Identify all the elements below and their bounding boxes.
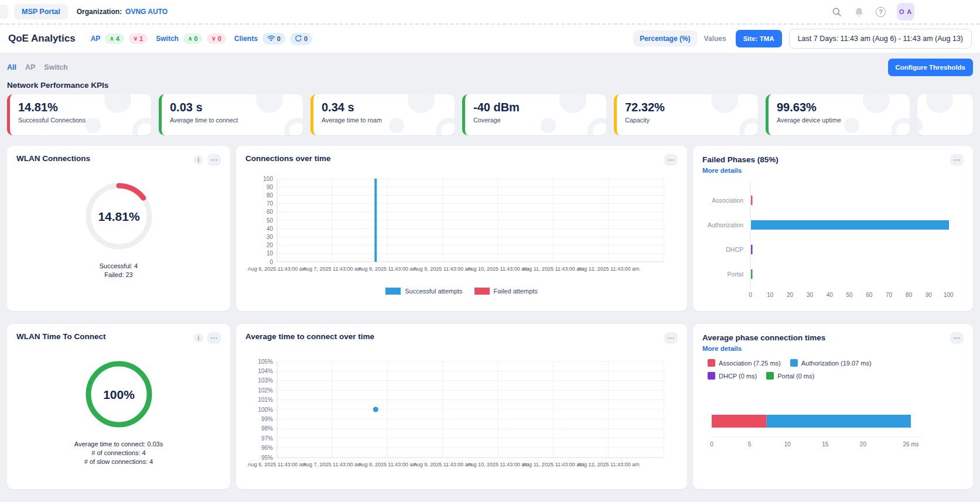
wlan-connections-donut: 14.81% bbox=[16, 175, 221, 257]
ellipsis-icon[interactable]: ⋯ bbox=[207, 154, 221, 166]
toggle-values[interactable]: Values bbox=[704, 35, 726, 43]
svg-text:Aug 12, 2025 11:43:00 am: Aug 12, 2025 11:43:00 am bbox=[578, 266, 639, 272]
filter-toolbar: All AP Switch Configure Thresholds bbox=[7, 59, 973, 76]
ellipsis-icon[interactable]: ⋯ bbox=[950, 154, 964, 166]
kpi-label: Average device uptime bbox=[777, 117, 902, 124]
svg-text:40: 40 bbox=[827, 292, 834, 298]
tab-ap[interactable]: AP bbox=[25, 63, 35, 71]
svg-text:70: 70 bbox=[886, 292, 893, 298]
scope-tabs: All AP Switch bbox=[7, 63, 68, 71]
time-to-connect-donut: 100% bbox=[16, 353, 221, 435]
search-icon[interactable] bbox=[831, 6, 842, 18]
ellipsis-icon[interactable]: ⋯ bbox=[950, 332, 964, 344]
date-range-picker[interactable]: Last 7 Days: 11:43 am (Aug 6) - 11:43 am… bbox=[789, 29, 972, 49]
caret-up-icon: ∧ bbox=[188, 36, 192, 42]
donut-summary: Successful: 4 Failed: 23 bbox=[16, 262, 221, 279]
svg-text:Aug 10, 2025 11:43:00 am: Aug 10, 2025 11:43:00 am bbox=[467, 266, 528, 272]
svg-text:98%: 98% bbox=[261, 425, 273, 432]
clients-label: Clients bbox=[234, 35, 258, 43]
kpi-capacity: 72.32% Capacity bbox=[614, 94, 758, 135]
svg-text:0: 0 bbox=[269, 259, 273, 265]
wlan-time-to-connect-card: WLAN Time To Connect i ⋯ 100% Average ti… bbox=[7, 324, 230, 489]
topbar: MSP Portal Organization: OVNG AUTO ? O A bbox=[0, 0, 980, 23]
svg-text:Aug 9, 2025 11:43:00 am: Aug 9, 2025 11:43:00 am bbox=[414, 462, 472, 467]
ellipsis-icon[interactable]: ⋯ bbox=[664, 154, 678, 166]
page-title: QoE Analytics bbox=[8, 33, 76, 45]
kpi-value: 99.63% bbox=[777, 101, 902, 114]
svg-text:60: 60 bbox=[267, 209, 274, 215]
svg-text:80: 80 bbox=[906, 292, 913, 298]
device-badges: AP ∧4 ∨1 Switch ∧0 ∨0 Clients 0 0 bbox=[87, 33, 312, 45]
svg-text:100%: 100% bbox=[258, 407, 273, 413]
ap-up-badge: ∧4 bbox=[105, 33, 124, 44]
connections-over-time-card: Connections over time ⋯ 0102030405060708… bbox=[236, 146, 687, 311]
tab-all[interactable]: All bbox=[7, 63, 16, 71]
info-icon[interactable]: i bbox=[194, 333, 203, 343]
legend-swatch bbox=[708, 372, 715, 380]
tab-switch[interactable]: Switch bbox=[44, 63, 67, 71]
site-selector-button[interactable]: Site: TMA bbox=[736, 30, 782, 47]
svg-text:100%: 100% bbox=[103, 388, 135, 401]
successful-count: Successful: 4 bbox=[16, 262, 221, 271]
kpi-label: Successful Connections bbox=[18, 117, 143, 124]
more-details-link[interactable]: More details bbox=[702, 345, 825, 352]
info-icon[interactable]: i bbox=[194, 155, 203, 165]
svg-text:40: 40 bbox=[267, 226, 274, 232]
chart-legend: Successful attempts Failed attempts bbox=[245, 288, 678, 295]
connections-count: # of connections: 4 bbox=[16, 449, 221, 457]
legend-swatch bbox=[474, 288, 490, 295]
bell-icon[interactable] bbox=[853, 6, 865, 18]
kpi-label: Capacity bbox=[625, 117, 750, 124]
svg-text:5: 5 bbox=[748, 441, 752, 448]
slow-connections-count: # of slow connections: 4 bbox=[16, 457, 221, 466]
card-title: Average phase connection times bbox=[702, 333, 825, 342]
card-title: Connections over time bbox=[245, 154, 331, 163]
legend-association: Association (7.25 ms) bbox=[708, 359, 781, 367]
svg-text:20: 20 bbox=[860, 441, 867, 448]
toggle-percentage[interactable]: Percentage (%) bbox=[633, 30, 697, 47]
kpi-label: Average time to roam bbox=[322, 117, 446, 124]
ellipsis-icon[interactable]: ⋯ bbox=[207, 332, 221, 344]
kpi-value: 0.34 s bbox=[322, 101, 446, 114]
caret-down-icon: ∨ bbox=[211, 36, 216, 42]
svg-text:20: 20 bbox=[267, 242, 274, 248]
clients-wifi-badge: 0 bbox=[262, 33, 285, 45]
legend-authorization: Authorization (19.07 ms) bbox=[790, 359, 872, 367]
svg-text:10: 10 bbox=[267, 250, 274, 257]
svg-text:60: 60 bbox=[866, 292, 873, 298]
configure-thresholds-button[interactable]: Configure Thresholds bbox=[888, 59, 973, 76]
msp-portal-button[interactable]: MSP Portal bbox=[14, 4, 68, 19]
more-details-link[interactable]: More details bbox=[702, 167, 778, 174]
svg-text:Portal: Portal bbox=[728, 271, 743, 278]
charts-row-1: WLAN Connections i ⋯ 14.81% Successful: … bbox=[7, 146, 973, 311]
kpi-avg-time-to-roam: 0.34 s Average time to roam bbox=[310, 94, 455, 135]
card-title: Average time to connect over time bbox=[245, 332, 374, 341]
svg-text:Aug 8, 2025 11:43:00 am: Aug 8, 2025 11:43:00 am bbox=[358, 266, 416, 272]
switch-down-badge: ∨0 bbox=[207, 33, 226, 44]
legend-dhcp: DHCP (0 ms) bbox=[708, 372, 757, 380]
avg-phase-connection-times-card: Average phase connection times More deta… bbox=[693, 324, 973, 489]
organization-link[interactable]: OVNG AUTO bbox=[125, 8, 168, 16]
phase-legend: Association (7.25 ms) Authorization (19.… bbox=[708, 359, 901, 380]
avatar[interactable]: O A bbox=[897, 3, 914, 21]
caret-up-icon: ∧ bbox=[110, 36, 114, 42]
ellipsis-icon[interactable]: ⋯ bbox=[664, 332, 678, 344]
organization-label: Organization: bbox=[77, 8, 122, 16]
card-title: WLAN Connections bbox=[16, 154, 90, 163]
svg-text:90: 90 bbox=[926, 292, 933, 298]
kpi-card-partial bbox=[917, 94, 973, 135]
phase-times-chart: 0510152026 ms bbox=[702, 404, 964, 463]
legend-failed-attempts: Failed attempts bbox=[474, 288, 538, 295]
svg-text:10: 10 bbox=[784, 441, 791, 448]
caret-down-icon: ∨ bbox=[134, 36, 138, 42]
card-title: WLAN Time To Connect bbox=[16, 332, 106, 341]
svg-text:99%: 99% bbox=[261, 416, 273, 422]
failed-phases-card: Failed Phases (85%) More details ⋯ Assoc… bbox=[693, 146, 973, 311]
svg-text:30: 30 bbox=[807, 292, 814, 298]
help-icon[interactable]: ? bbox=[876, 7, 886, 17]
kpi-art bbox=[917, 94, 973, 135]
menu-button-partial[interactable] bbox=[0, 5, 8, 19]
kpi-value: 0.03 s bbox=[170, 101, 295, 114]
ap-down-badge: ∨1 bbox=[129, 33, 148, 44]
svg-text:70: 70 bbox=[267, 200, 274, 207]
